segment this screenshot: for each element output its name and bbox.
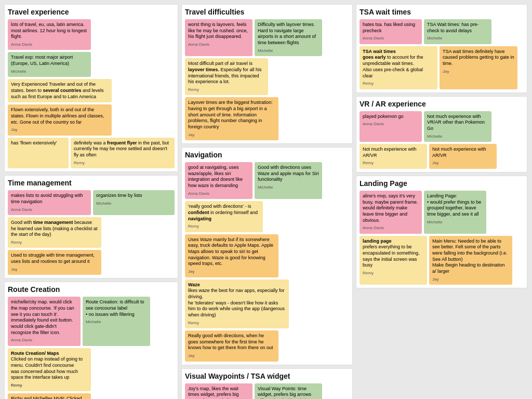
list-item: Not much experience with VR/AR other tha…	[424, 111, 491, 142]
card-author: Remy	[74, 161, 171, 166]
list-item: aline's mvp, says it's very busy, maybe …	[360, 191, 422, 234]
navigation-title: Navigation	[185, 151, 349, 159]
card-author: Anna Davis	[363, 122, 419, 127]
card-text: Main Menu: Needed to be able to see bett…	[432, 238, 508, 274]
column-1: Travel experience lots of travel, eu, us…	[4, 4, 178, 399]
tsa-wait-times-cards: hates tsa. has liked using precheck Anna…	[360, 19, 524, 89]
list-item: 'really good with directions' - is confi…	[185, 201, 263, 232]
list-item: TSA wait times goes early to account for…	[360, 46, 437, 89]
card-text: Route Creation/ Maps	[11, 351, 59, 356]
visual-waypoints-title: Visual Waypoints / TSA widget	[185, 372, 349, 380]
column-2: Travel difficulties worst thing is layov…	[181, 4, 353, 399]
card-author: Remy	[363, 271, 424, 276]
tsa-wait-times-title: TSA wait times	[360, 8, 524, 16]
route-creation-cards: michelle/city map. would click the map c…	[8, 297, 175, 399]
list-item: Uses Waze mainly but if its somewhere ea…	[185, 234, 278, 277]
card-text: Most difficult part of air travel is lay…	[188, 61, 262, 84]
card-text: Layover times are the biggest frustratio…	[188, 100, 273, 129]
card-text: Not much experience with VR/AR other tha…	[427, 114, 485, 131]
card-author: Michelle	[427, 36, 488, 41]
card-text: goes early to account for the unpredicta…	[363, 55, 423, 78]
route-creation-title: Route Creation	[8, 285, 175, 294]
list-item: Difficulty with layover times. Hard to n…	[255, 19, 322, 56]
section-navigation: Navigation good at navigating, uses waze…	[181, 147, 353, 365]
list-item: Flown extensively, both in and out of th…	[8, 104, 112, 135]
section-vr-ar: VR / AR experience played pokemon go Ann…	[356, 96, 527, 172]
list-item: Route Creation: is difficult to see conc…	[83, 297, 150, 346]
card-author: Anna Davis	[188, 191, 249, 196]
card-text: Not much experience with AR/VR	[363, 147, 417, 158]
list-item: TSA wait times definitely have caused pr…	[440, 46, 517, 89]
card-text: Uses Waze mainly but if its somewhere ea…	[188, 237, 273, 267]
list-item: Layover times are the biggest frustratio…	[185, 97, 278, 140]
card-author: Michelle	[11, 69, 88, 74]
section-visual-waypoints: Visual Waypoints / TSA widget Joy's map,…	[181, 368, 353, 400]
landing-page-cards: aline's mvp, says it's very busy, maybe …	[360, 191, 524, 285]
card-text: played pokemon go	[363, 114, 404, 119]
card-title: Waze	[188, 282, 200, 287]
card-author: Michelle	[427, 134, 488, 139]
card-author: Jay	[443, 69, 514, 74]
card-text: worst thing is layovers. feels like he m…	[188, 22, 248, 39]
section-travel-experience: Travel experience lots of travel, eu, us…	[4, 4, 178, 172]
list-item: Very Experienced Traveler and out of the…	[8, 79, 112, 102]
list-item: Main Menu: Needed to be able to see bett…	[429, 236, 512, 285]
card-text: hates tsa. has liked using precheck	[363, 22, 415, 33]
list-item: Waze likes waze the best for nav apps, e…	[185, 280, 289, 329]
vr-ar-title: VR / AR experience	[360, 100, 524, 108]
list-item: Most difficult part of air travel is lay…	[185, 58, 268, 95]
card-author: Remy	[11, 383, 88, 388]
card-text: 'really good with directions' - is confi…	[188, 204, 258, 221]
card-author: Remy	[188, 224, 260, 229]
section-travel-difficulties: Travel difficulties worst thing is layov…	[181, 4, 353, 144]
card-text: Really good with directions, when he goe…	[188, 333, 273, 350]
list-item: Visual Way Points: time widget, prefers …	[255, 383, 322, 400]
main-canvas: Travel experience lots of travel, eu, us…	[0, 0, 532, 399]
card-author: Michelle	[427, 220, 483, 225]
card-text: michelle/city map. would click the map c…	[11, 299, 74, 335]
card-text: Difficulty with layover times. Hard to n…	[258, 22, 316, 45]
card-author: Michelle	[258, 185, 319, 190]
list-item: Not much experience with AR/VR Jay	[429, 144, 497, 169]
card-title: TSA wait times	[363, 49, 396, 54]
card-text: good at navigating, uses waze/apple, lik…	[188, 165, 243, 188]
section-tsa-wait-times: TSA wait times hates tsa. has liked usin…	[356, 4, 527, 93]
card-author: Michelle	[86, 320, 147, 325]
list-item: played pokemon go Anna Davis	[360, 111, 422, 142]
column-3: TSA wait times hates tsa. has liked usin…	[356, 4, 527, 399]
card-author: Michelle	[96, 201, 171, 206]
list-item: landing page prefers everything to be en…	[360, 236, 427, 285]
list-item: has 'flown extensively'	[8, 138, 69, 168]
travel-difficulties-title: Travel difficulties	[185, 8, 349, 16]
card-text: Joy's map, likes the wait times widget, …	[188, 386, 249, 400]
card-text: Not much experience with AR/VR	[432, 147, 486, 158]
card-text: Landing Page:• would prefer things to be…	[427, 193, 481, 217]
list-item: definitely was a frequent flyer in the p…	[71, 138, 175, 168]
card-text-2: Clicked on map instead of going to menu.…	[11, 356, 83, 380]
list-item: Good with time management because he lea…	[8, 217, 101, 248]
card-text: Richy and Michelles MVP: Clicked on map …	[11, 396, 82, 399]
list-item: Joy's map, likes the wait times widget, …	[185, 383, 252, 400]
card-text: Good with time management because he lea…	[11, 220, 98, 237]
list-item: hates tsa. has liked using precheck Anna…	[360, 19, 422, 44]
list-item: Not much experience with AR/VR Remy	[360, 144, 427, 169]
card-author: Anna Davis	[11, 42, 88, 47]
card-author: Remy	[363, 81, 434, 86]
card-text: Travel exp: most major airport (Europe, …	[11, 55, 73, 66]
card-author: Remy	[363, 161, 424, 166]
card-author: Jay	[188, 353, 275, 358]
card-author: Remy	[188, 87, 265, 92]
card-author: Anna Davis	[188, 42, 249, 47]
card-author: Jay	[188, 132, 275, 138]
card-author: Remy	[188, 321, 286, 326]
list-item: lots of travel, eu, usa, latin america. …	[8, 19, 91, 50]
list-item: TSA Wait times: has pre-check to avoid d…	[424, 19, 491, 44]
list-item: Travel exp: most major airport (Europe, …	[8, 52, 91, 77]
card-title: landing page	[363, 238, 392, 244]
card-author: Anna Davis	[11, 338, 77, 343]
card-author: Jay	[432, 277, 509, 282]
card-text: has 'flown extensively'	[11, 140, 57, 145]
card-author: Jay	[188, 269, 275, 274]
section-landing-page: Landing Page aline's mvp, says it's very…	[356, 176, 527, 288]
list-item: Really good with directions, when he goe…	[185, 330, 278, 361]
